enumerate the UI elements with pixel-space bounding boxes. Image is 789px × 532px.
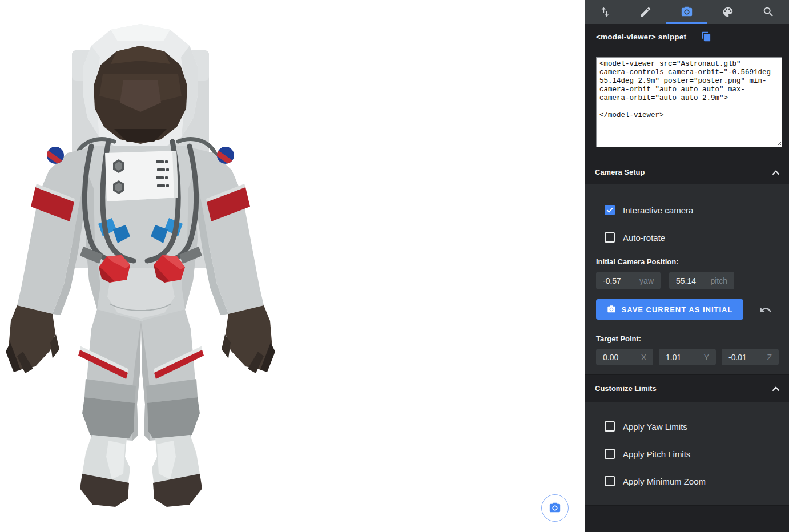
camera-icon bbox=[607, 305, 616, 314]
revert-initial-camera-button[interactable] bbox=[758, 303, 773, 317]
astronaut-right-boot bbox=[152, 435, 202, 507]
auto-rotate-row[interactable]: Auto-rotate bbox=[605, 232, 665, 243]
astronaut-left-boot bbox=[80, 435, 130, 507]
copy-snippet-button[interactable] bbox=[701, 31, 711, 42]
pitch-field[interactable]: pitch bbox=[669, 272, 734, 289]
astronaut-chest-panel bbox=[105, 151, 178, 201]
pitch-input[interactable] bbox=[676, 276, 708, 285]
camera-setup-title: Camera Setup bbox=[595, 168, 645, 176]
save-button-label: SAVE CURRENT AS INITIAL bbox=[622, 305, 733, 314]
palette-icon bbox=[722, 6, 734, 18]
snippet-code-textarea[interactable]: <model-viewer src="Astronaut.glb" camera… bbox=[596, 57, 782, 147]
tab-import-export[interactable] bbox=[585, 0, 626, 24]
checkmark-icon bbox=[606, 206, 614, 214]
save-current-as-initial-button[interactable]: SAVE CURRENT AS INITIAL bbox=[596, 299, 743, 320]
target-y-field[interactable]: Y bbox=[659, 349, 716, 365]
customize-limits-section: Apply Yaw Limits Apply Pitch Limits Appl… bbox=[585, 402, 789, 506]
model-viewport[interactable] bbox=[0, 0, 585, 532]
customize-limits-title: Customize Limits bbox=[595, 384, 657, 393]
target-x-unit-label: X bbox=[641, 353, 646, 362]
tab-materials[interactable] bbox=[707, 0, 748, 24]
target-z-input[interactable] bbox=[728, 353, 764, 362]
apply-pitch-limits-label: Apply Pitch Limits bbox=[623, 449, 690, 459]
auto-rotate-label: Auto-rotate bbox=[623, 233, 665, 243]
apply-pitch-limits-checkbox[interactable] bbox=[605, 449, 615, 459]
customize-limits-header[interactable]: Customize Limits bbox=[585, 375, 789, 402]
apply-yaw-limits-row[interactable]: Apply Yaw Limits bbox=[605, 421, 687, 432]
apply-minimum-zoom-row[interactable]: Apply Minimum Zoom bbox=[605, 476, 706, 486]
target-x-field[interactable]: X bbox=[596, 349, 653, 365]
astronaut-visor bbox=[94, 46, 187, 144]
apply-yaw-limits-label: Apply Yaw Limits bbox=[623, 422, 687, 432]
camera-icon bbox=[549, 502, 561, 514]
tab-edit[interactable] bbox=[626, 0, 667, 24]
astronaut-left-leg bbox=[78, 309, 141, 441]
target-z-field[interactable]: Z bbox=[722, 349, 779, 365]
astronaut-right-leg bbox=[141, 309, 204, 441]
target-point-label: Target Point: bbox=[596, 334, 641, 343]
interactive-camera-label: Interactive camera bbox=[623, 205, 693, 215]
yaw-field[interactable]: yaw bbox=[596, 272, 661, 289]
yaw-input[interactable] bbox=[603, 276, 637, 285]
auto-rotate-checkbox[interactable] bbox=[605, 232, 615, 243]
camera-setup-header[interactable]: Camera Setup bbox=[585, 160, 789, 184]
pitch-unit-label: pitch bbox=[710, 276, 727, 285]
interactive-camera-checkbox[interactable] bbox=[605, 205, 615, 215]
camera-setup-section: Interactive camera Auto-rotate Initial C… bbox=[585, 184, 789, 375]
panel-toolbar bbox=[585, 0, 789, 24]
snippet-title: <model-viewer> snippet bbox=[596, 33, 686, 41]
search-icon bbox=[762, 6, 775, 18]
target-x-input[interactable] bbox=[603, 353, 639, 362]
tab-inspector[interactable] bbox=[748, 0, 789, 24]
undo-icon bbox=[759, 304, 772, 316]
astronaut-model[interactable] bbox=[0, 0, 292, 532]
initial-camera-position-label: Initial Camera Position: bbox=[596, 257, 678, 266]
yaw-unit-label: yaw bbox=[639, 276, 654, 285]
camera-icon bbox=[681, 6, 693, 18]
astronaut-left-glove bbox=[6, 305, 59, 373]
astronaut-right-glove bbox=[222, 305, 275, 373]
tab-camera[interactable] bbox=[666, 0, 707, 24]
target-z-unit-label: Z bbox=[767, 353, 772, 362]
target-y-unit-label: Y bbox=[704, 353, 709, 362]
apply-minimum-zoom-label: Apply Minimum Zoom bbox=[623, 477, 706, 486]
apply-pitch-limits-row[interactable]: Apply Pitch Limits bbox=[605, 449, 690, 459]
target-y-input[interactable] bbox=[666, 353, 702, 362]
chevron-up-icon[interactable] bbox=[772, 170, 780, 175]
edit-pencil-icon bbox=[639, 6, 652, 18]
chevron-up-icon[interactable] bbox=[772, 386, 780, 392]
copy-icon bbox=[701, 31, 711, 42]
apply-yaw-limits-checkbox[interactable] bbox=[605, 421, 615, 432]
model-viewer-editor: <model-viewer> snippet <model-viewer src… bbox=[0, 0, 789, 532]
capture-poster-button[interactable] bbox=[541, 494, 569, 522]
editor-panel: <model-viewer> snippet <model-viewer src… bbox=[585, 0, 789, 532]
swap-vertical-icon bbox=[599, 6, 611, 18]
interactive-camera-row[interactable]: Interactive camera bbox=[605, 205, 693, 215]
apply-minimum-zoom-checkbox[interactable] bbox=[605, 476, 615, 486]
